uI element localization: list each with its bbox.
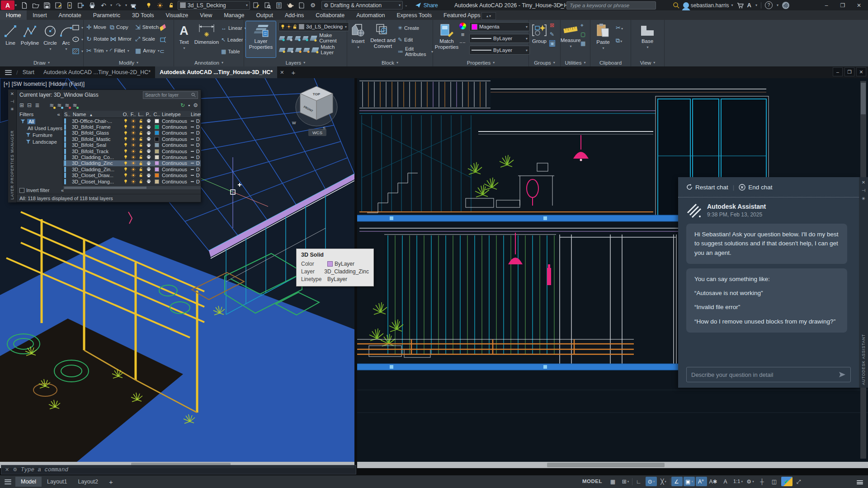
help-caret-icon[interactable]: ▾ [777, 3, 778, 7]
annotation-side-button[interactable]: ↖Leader▾ [221, 34, 244, 46]
palette-close-icon[interactable]: ✕ [10, 91, 14, 96]
offset-button[interactable]: ⊂ [160, 46, 165, 56]
ungroup-icon[interactable]: ⊠ [550, 23, 555, 28]
undo-button[interactable]: ↶ [99, 1, 108, 10]
layer-plot-icon[interactable] [145, 149, 152, 153]
status-icon[interactable] [632, 478, 632, 485]
save-as-button[interactable] [53, 1, 63, 10]
new-property-filter-icon[interactable]: ⊞ [19, 102, 24, 108]
layer-plot-icon[interactable] [145, 155, 152, 159]
layer-table-header[interactable]: S.. Name ▲ O. F.. L.. P.. C.. Linetype L… [63, 111, 201, 118]
layer-row[interactable]: 3D_Bifold_Frame Continuous Defa. [63, 124, 201, 130]
send-icon[interactable] [839, 371, 846, 378]
layer-lock-icon[interactable] [137, 143, 145, 147]
invert-filter-checkbox[interactable]: Invert filter « [17, 187, 66, 194]
layer-row[interactable]: 3D_Closet_Draw... Continuous Defa. [63, 173, 201, 178]
layer-row[interactable]: 3D_Bifold_Glass Continuous Defa. [63, 130, 201, 136]
group-button[interactable]: Group [530, 21, 549, 44]
palette-properties-icon[interactable]: ✳ [10, 107, 14, 112]
active-tab-close-icon[interactable]: ✕ [277, 66, 287, 78]
base-button[interactable]: Base▾ [637, 21, 658, 49]
status-icon[interactable]: ∟ [633, 477, 645, 486]
layer-on-qat-icon[interactable] [144, 1, 154, 10]
ribbon-tab[interactable]: Express Tools [391, 10, 438, 20]
status-icon[interactable]: A° [696, 477, 707, 486]
group-selection-icon[interactable]: ▣ [550, 41, 555, 46]
arc-button[interactable]: Arc▾ [60, 21, 72, 51]
model-tab[interactable]: Model [15, 477, 42, 487]
status-icon[interactable]: ▦ [608, 477, 619, 486]
modify-tool-button[interactable]: ✂Trim▾ [86, 46, 110, 56]
layer-lineweight[interactable]: Defa. [195, 179, 200, 184]
workspace-switcher[interactable]: ⚙ Drafting & Annotation ▾ [321, 1, 403, 9]
status-icon[interactable]: ∠ [671, 477, 683, 486]
command-input[interactable]: Type a command [21, 467, 68, 473]
layer-on-icon[interactable] [122, 173, 129, 178]
drawing-minimize-icon[interactable]: – [833, 67, 843, 76]
ribbon-tab[interactable]: Add-ins [279, 10, 310, 20]
lineweight-dropdown[interactable]: ByLayer▾ [469, 34, 530, 43]
lineweight-list-icon[interactable]: ≡ [461, 33, 465, 37]
viewport-visual-style-control[interactable]: [Hidden (Fast)] [49, 81, 85, 87]
layer-color-swatch[interactable] [155, 131, 159, 135]
ribbon-tab[interactable]: Featured Apps [438, 10, 486, 20]
layer-row[interactable]: 3D_Bifold_Mastic Continuous Defa. [63, 136, 201, 142]
layer-row[interactable]: 3D_Bifold_Seal Continuous Defa. [63, 142, 201, 148]
layer-color-swatch[interactable] [155, 167, 159, 172]
paste-button[interactable]: Paste▾ [593, 21, 613, 50]
modify-tool-button[interactable]: ▦Array▾ [135, 46, 157, 56]
ellipse-button[interactable]: ▾ [72, 34, 83, 44]
hatch-button[interactable]: ▾ [72, 46, 83, 56]
ribbon-tab[interactable]: Insert [27, 10, 52, 20]
layer-lock-icon[interactable] [137, 173, 145, 178]
layer-freeze-qat-icon[interactable] [155, 1, 165, 10]
block-panel-label[interactable]: Block▾ [347, 59, 433, 66]
layer-lineweight[interactable]: Defa. [195, 155, 200, 160]
ribbon-tab[interactable]: 3D Tools [126, 10, 160, 20]
layer-lineweight[interactable]: Defa. [195, 130, 200, 136]
file-tab[interactable]: Autodesk AutoCAD ...Tiny_House-3D_HC* [155, 66, 277, 78]
layer-on-icon[interactable] [122, 143, 129, 147]
app-store-cart-icon[interactable] [737, 2, 744, 9]
status-icon[interactable]: ▣▾ [684, 477, 695, 486]
restore-button[interactable]: ❐ [836, 0, 849, 10]
draw-panel-label[interactable]: Draw▾ [0, 59, 83, 66]
insert-button[interactable]: Insert▾ [349, 21, 367, 49]
layer-freeze-icon[interactable] [129, 131, 137, 135]
modify-tool-button[interactable]: ◜Fillet▾ [110, 46, 135, 56]
layer-linetype[interactable]: Continuous [161, 160, 190, 166]
text-button[interactable]: A Text▾ [176, 21, 192, 50]
layer-lock-icon[interactable] [137, 179, 145, 184]
command-close-icon[interactable]: ✕ [5, 467, 9, 473]
annotation-panel-label[interactable]: Annotation▾ [174, 59, 244, 66]
layer-linetype[interactable]: Continuous [161, 118, 190, 124]
rectangle-button[interactable]: ▾ [72, 23, 83, 33]
layer-lineweight[interactable]: Defa. [195, 124, 200, 130]
layer-row[interactable]: 3D_Closet_Hang... Continuous Defa. [63, 178, 201, 184]
block-side-button[interactable]: ✎Edit [398, 34, 433, 46]
layer-tool-icon[interactable] [287, 36, 293, 40]
status-icon[interactable]: ⚙▾ [745, 477, 756, 486]
layers-panel-label[interactable]: Layers▾ [244, 59, 347, 66]
modify-tool-button[interactable]: ⤢Scale [135, 34, 157, 44]
color-wheel-icon[interactable] [459, 23, 466, 29]
ribbon-tab[interactable]: View [194, 10, 218, 20]
make-current-button[interactable]: Make Current [319, 33, 347, 43]
status-customization-icon[interactable] [854, 478, 865, 487]
status-icon[interactable] [670, 478, 670, 485]
status-icon[interactable]: 1:1▾ [732, 477, 744, 486]
layer-plot-icon[interactable] [145, 125, 152, 129]
find-button[interactable] [263, 1, 273, 10]
layer-on-icon[interactable] [122, 125, 129, 129]
properties-panel-label[interactable]: Properties▾ [433, 59, 528, 66]
refresh-icon[interactable]: ↻ [180, 102, 185, 108]
layer-tool-icon[interactable] [279, 36, 285, 40]
status-menu-icon[interactable] [0, 479, 15, 484]
layer-tool-icon[interactable] [303, 48, 310, 52]
drawing-close-icon[interactable]: ✕ [856, 67, 866, 76]
layer-properties-button[interactable]: Layer Properties [246, 21, 276, 57]
layer-row[interactable]: 3D_Cladding_Co... Continuous Defa. [63, 154, 201, 160]
layer-linetype[interactable]: Continuous [161, 179, 190, 184]
ribbon-tab[interactable]: Visualize [160, 10, 194, 20]
modify-tool-button[interactable]: ↻Rotate [86, 34, 110, 44]
